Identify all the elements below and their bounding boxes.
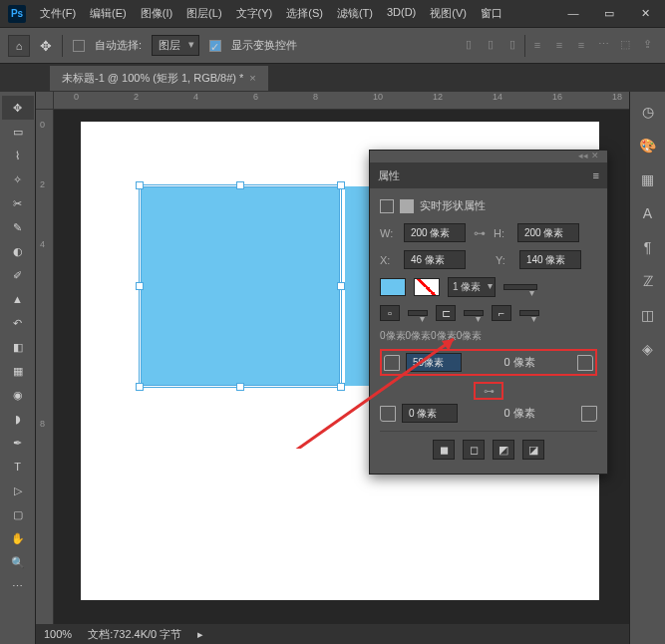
corner-tr-value: 0 像素 xyxy=(468,355,571,370)
stroke-align-dropdown[interactable]: ▫ xyxy=(380,305,400,321)
maximize-icon[interactable]: ▭ xyxy=(597,7,621,20)
corner-tl-input[interactable] xyxy=(406,353,462,372)
healing-tool[interactable]: ◐ xyxy=(2,239,34,263)
magic-wand-tool[interactable]: ✧ xyxy=(2,167,34,191)
x-input[interactable] xyxy=(404,250,466,269)
zoom-tool[interactable]: 🔍 xyxy=(2,550,34,574)
brush-tool[interactable]: ✐ xyxy=(2,263,34,287)
width-input[interactable] xyxy=(404,223,466,242)
ruler-corner xyxy=(36,92,54,110)
panel-collapse-bar[interactable]: ◂◂ ✕ xyxy=(370,151,607,162)
minimize-icon[interactable]: — xyxy=(561,7,585,20)
libraries-panel-icon[interactable]: ◫ xyxy=(636,303,660,327)
right-panel-dock: ◷ 🎨 ▦ A ¶ ℤ ◫ ◈ xyxy=(629,92,665,644)
dodge-tool[interactable]: ◗ xyxy=(2,407,34,431)
wh-link-icon[interactable]: ⊶ xyxy=(474,226,486,240)
path-combine-icon[interactable]: ◼ xyxy=(433,440,455,460)
menu-3d[interactable]: 3D(D) xyxy=(381,2,422,25)
fill-swatch[interactable] xyxy=(380,278,406,296)
align-middle-icon[interactable]: ≡ xyxy=(549,35,569,55)
menu-window[interactable]: 窗口 xyxy=(475,2,508,25)
gradient-tool[interactable]: ▦ xyxy=(2,359,34,383)
menu-edit[interactable]: 编辑(E) xyxy=(84,2,133,25)
stamp-tool[interactable]: ▲ xyxy=(2,287,34,311)
status-bar: 100% 文档:732.4K/0 字节 ▸ xyxy=(36,624,629,644)
glyphs-panel-icon[interactable]: ℤ xyxy=(636,269,660,293)
paragraph-panel-icon[interactable]: ¶ xyxy=(636,235,660,259)
align-center-icon[interactable]: ▯ xyxy=(481,35,500,55)
w-label: W: xyxy=(380,227,396,239)
menu-filter[interactable]: 滤镜(T) xyxy=(331,2,379,25)
panel-menu-icon[interactable]: ≡ xyxy=(593,169,599,181)
3d-mode-icon[interactable]: ⬚ xyxy=(615,35,635,55)
corner-link-icon[interactable]: ⊶ xyxy=(474,382,503,400)
y-input[interactable] xyxy=(519,250,581,269)
menu-bar: 文件(F) 编辑(E) 图像(I) 图层(L) 文字(Y) 选择(S) 滤镜(T… xyxy=(34,2,508,25)
marquee-tool[interactable]: ▭ xyxy=(2,120,34,144)
type-tool[interactable]: T xyxy=(2,455,34,479)
history-brush-tool[interactable]: ↶ xyxy=(2,311,34,335)
options-bar: ⌂ ✥ 自动选择: 图层 ✓ 显示变换控件 ▯ ▯ ▯ ≡ ≡ ≡ ⋯ ⬚ ⇪ xyxy=(0,28,665,64)
stroke-caps-dropdown[interactable]: ⊏ xyxy=(436,305,456,321)
layers-panel-icon[interactable]: ◈ xyxy=(636,337,660,361)
crop-tool[interactable]: ✂ xyxy=(2,191,34,215)
align-left-icon[interactable]: ▯ xyxy=(459,35,479,55)
stroke-width-input[interactable]: 1 像素 xyxy=(448,277,496,297)
document-tab[interactable]: 未标题-1 @ 100% (矩形 1, RGB/8#) * × xyxy=(50,66,268,91)
align-bottom-icon[interactable]: ≡ xyxy=(571,35,591,55)
zoom-level[interactable]: 100% xyxy=(44,628,72,640)
edit-toolbar[interactable]: ⋯ xyxy=(2,574,34,598)
character-panel-icon[interactable]: A xyxy=(636,201,660,225)
color-panel-icon[interactable]: 🎨 xyxy=(636,134,660,158)
more-options-icon[interactable]: ⋯ xyxy=(593,35,613,55)
tab-title: 未标题-1 @ 100% (矩形 1, RGB/8#) * xyxy=(62,71,243,86)
menu-image[interactable]: 图像(I) xyxy=(135,2,178,25)
move-tool[interactable]: ✥ xyxy=(2,96,34,120)
align-right-icon[interactable]: ▯ xyxy=(502,35,522,55)
layer-dropdown[interactable]: 图层 xyxy=(152,35,199,56)
stroke-caps-dd[interactable] xyxy=(464,310,484,316)
panel-header[interactable]: 属性 ≡ xyxy=(370,162,607,188)
close-icon[interactable]: ✕ xyxy=(633,7,657,20)
menu-select[interactable]: 选择(S) xyxy=(280,2,329,25)
shape-rectangle-1[interactable] xyxy=(141,186,340,386)
panel-title: 属性 xyxy=(378,168,400,183)
corner-bl-input[interactable] xyxy=(402,404,458,423)
path-intersect-icon[interactable]: ◩ xyxy=(493,440,514,460)
auto-select-checkbox[interactable] xyxy=(73,40,85,52)
path-select-tool[interactable]: ▷ xyxy=(2,479,34,502)
rectangle-tool[interactable]: ▢ xyxy=(2,502,34,526)
pen-tool[interactable]: ✒ xyxy=(2,431,34,455)
align-top-icon[interactable]: ≡ xyxy=(527,35,547,55)
menu-type[interactable]: 文字(Y) xyxy=(230,2,279,25)
lasso-tool[interactable]: ⌇ xyxy=(2,144,34,167)
path-exclude-icon[interactable]: ◪ xyxy=(522,440,544,460)
height-input[interactable] xyxy=(517,223,579,242)
menu-view[interactable]: 视图(V) xyxy=(424,2,473,25)
eraser-tool[interactable]: ◧ xyxy=(2,335,34,359)
doc-info-chevron-icon[interactable]: ▸ xyxy=(197,628,203,641)
tab-close-icon[interactable]: × xyxy=(249,72,255,84)
corners-summary: 0像素0像素0像素0像素 xyxy=(380,329,597,343)
stroke-swatch[interactable] xyxy=(414,278,440,296)
hand-tool[interactable]: ✋ xyxy=(2,526,34,550)
stroke-corners-dropdown[interactable]: ⌐ xyxy=(492,305,511,321)
corner-tl-icon xyxy=(384,355,400,371)
menu-file[interactable]: 文件(F) xyxy=(34,2,82,25)
panel-subtitle: 实时形状属性 xyxy=(380,198,597,213)
stroke-corners-dd[interactable] xyxy=(519,310,539,316)
swatches-panel-icon[interactable]: ▦ xyxy=(636,167,660,191)
corner-bl-icon xyxy=(380,406,396,422)
path-subtract-icon[interactable]: ◻ xyxy=(463,440,485,460)
window-controls: — ▭ ✕ xyxy=(561,7,657,20)
corner-br-icon xyxy=(581,406,597,422)
stroke-align-dd[interactable] xyxy=(408,310,428,316)
menu-layer[interactable]: 图层(L) xyxy=(180,2,227,25)
stroke-style-dropdown[interactable] xyxy=(503,284,537,290)
eyedropper-tool[interactable]: ✎ xyxy=(2,215,34,239)
share-icon[interactable]: ⇪ xyxy=(637,35,657,55)
show-transform-checkbox[interactable]: ✓ xyxy=(209,40,221,52)
history-panel-icon[interactable]: ◷ xyxy=(636,100,660,124)
home-button[interactable]: ⌂ xyxy=(8,35,30,57)
blur-tool[interactable]: ◉ xyxy=(2,383,34,407)
